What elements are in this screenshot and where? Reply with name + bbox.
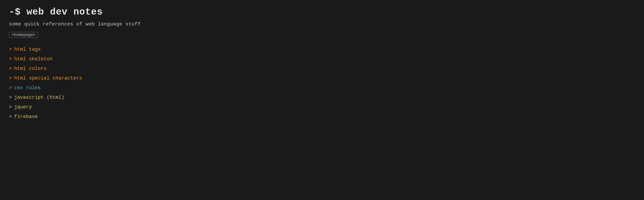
- nav-link-html-tags[interactable]: html tags: [14, 47, 41, 52]
- chevron-icon: >: [9, 104, 12, 110]
- nav-link-html-skeleton[interactable]: html skeleton: [14, 56, 52, 62]
- chevron-icon: >: [9, 56, 12, 62]
- nav-item-html-tags[interactable]: >html tags: [9, 47, 635, 52]
- nav-item-html-skeleton[interactable]: >html skeleton: [9, 56, 635, 62]
- nav-item-html-special-characters[interactable]: >html special characters: [9, 76, 635, 81]
- nav-link-html-special-characters[interactable]: html special characters: [14, 76, 82, 81]
- page-subtitle: some quick references of web language st…: [9, 21, 635, 27]
- nav-link-javascript-html[interactable]: javascript (html): [14, 95, 64, 100]
- chevron-icon: >: [9, 76, 12, 81]
- nav-link-html-colors[interactable]: html colors: [14, 66, 46, 71]
- chevron-icon: >: [9, 85, 12, 91]
- nav-item-css-rules[interactable]: >css rules: [9, 85, 635, 91]
- title-text: -$ web dev notes: [9, 7, 103, 17]
- nav-link-jquery[interactable]: jquery: [14, 104, 32, 110]
- chevron-icon: >: [9, 95, 12, 100]
- nav-item-html-colors[interactable]: >html colors: [9, 66, 635, 71]
- homepage-link[interactable]: <homepage>: [9, 32, 38, 38]
- page-title: -$ web dev notes: [9, 7, 635, 17]
- chevron-icon: >: [9, 114, 12, 120]
- chevron-icon: >: [9, 47, 12, 52]
- nav-item-javascript-html[interactable]: >javascript (html): [9, 95, 635, 100]
- nav-link-firebase[interactable]: firebase: [14, 114, 38, 120]
- nav-item-firebase[interactable]: >firebase: [9, 114, 635, 120]
- nav-link-css-rules[interactable]: css rules: [14, 85, 41, 91]
- nav-list: >html tags>html skeleton>html colors>htm…: [9, 47, 635, 120]
- chevron-icon: >: [9, 66, 12, 71]
- nav-item-jquery[interactable]: >jquery: [9, 104, 635, 110]
